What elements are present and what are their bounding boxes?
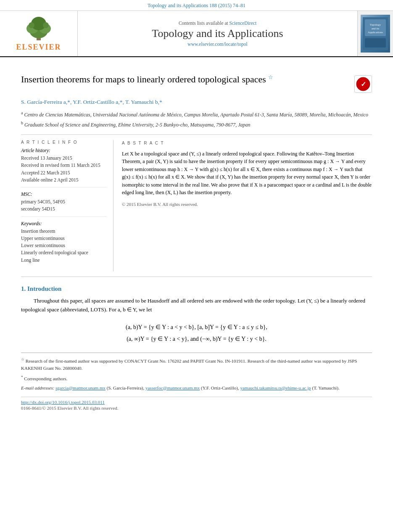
journal-header-center: Contents lists available at ScienceDirec…	[78, 11, 357, 56]
article-history: Article history: Received 13 January 201…	[21, 148, 107, 187]
email-link-ortiz[interactable]: yasserfoc@matmor.unam.mx	[145, 385, 200, 390]
elsevier-logo: ELSEVIER	[16, 16, 61, 52]
footnote-corresponding: * Corresponding authors.	[21, 374, 372, 382]
msc-section: MSC: primary 54C05, 54F05 secondary 54D1…	[21, 192, 107, 217]
issn-text: 0166-8641/© 2015 Elsevier B.V. All right…	[21, 406, 119, 411]
available-date: Available online 2 April 2015	[21, 176, 107, 184]
journal-header: ELSEVIER Contents lists available at Sci…	[0, 11, 393, 57]
journal-header-logo: ELSEVIER	[0, 11, 78, 56]
article-info: A R T I C L E I N F O Article history: R…	[21, 140, 113, 271]
svg-point-6	[43, 22, 49, 28]
title-star: ☆	[268, 74, 273, 80]
keywords-section: Keywords: Insertion theorem Upper semico…	[21, 221, 107, 267]
revised-date: Received in revised form 11 March 2015	[21, 162, 107, 169]
elsevier-brand-text: ELSEVIER	[16, 43, 61, 52]
elsevier-tree-icon	[20, 16, 58, 41]
keyword-1: Insertion theorem	[21, 228, 107, 235]
footnotes-area: ☆ Research of the first-named author was…	[21, 353, 372, 392]
paper-title-section: Insertion theorems for maps to linearly …	[21, 73, 372, 93]
abstract-text: Let X be a topological space and (Y, ≤) …	[122, 150, 372, 197]
svg-text:and its: and its	[372, 27, 380, 30]
keyword-5: Long line	[21, 257, 107, 264]
doi-link[interactable]: http://dx.doi.org/10.1016/j.topol.2015.0…	[21, 400, 372, 405]
equation-line2: (a, ∞)Y = {y ∈ Y : a < y}, and (−∞, b)Y …	[21, 333, 372, 345]
keyword-4: Linearly ordered topological space	[21, 249, 107, 256]
crossmark-icon: ✓	[356, 76, 371, 92]
keyword-2: Upper semicontinuous	[21, 235, 107, 242]
authors-line: S. García-Ferreira a,*, Y.F. Ortiz-Casti…	[21, 99, 372, 105]
svg-rect-12	[365, 38, 386, 47]
article-abstract: A B S T R A C T Let X be a topological s…	[122, 140, 372, 271]
article-info-label: A R T I C L E I N F O	[21, 140, 107, 145]
equation-block: (a, b)Y = {y ∈ Y : a < y < b}, [a, b]Y =…	[21, 321, 372, 345]
footnote-emails: E-mail addresses: sgarcia@matmor.unam.mx…	[21, 385, 372, 392]
contents-available: Contents lists available at ScienceDirec…	[179, 21, 256, 26]
crossmark-badge: ✓	[354, 75, 372, 93]
svg-text:Topology: Topology	[370, 23, 381, 26]
msc-primary: primary 54C05, 54F05	[21, 198, 107, 205]
keywords-label: Keywords:	[21, 221, 107, 226]
bottom-bar: http://dx.doi.org/10.1016/j.topol.2015.0…	[21, 397, 372, 411]
sciencedirect-link[interactable]: ScienceDirect	[229, 21, 257, 26]
journal-thumbnail: Topology and its Applications	[361, 15, 390, 53]
introduction-paragraph: Throughout this paper, all spaces are as…	[21, 297, 372, 314]
journal-url: www.elsevier.com/locate/topol	[187, 42, 247, 47]
article-columns: A R T I C L E I N F O Article history: R…	[21, 134, 372, 277]
svg-point-5	[29, 22, 34, 28]
abstract-copyright: © 2015 Elsevier B.V. All rights reserved…	[122, 201, 372, 208]
email-link-yamauchi[interactable]: yamauchi.takamitsu.ts@ehime-u.ac.jp	[240, 385, 311, 390]
affiliation-a: a Centro de Ciencias Matemáticas, Univer…	[21, 110, 372, 119]
journal-header-right: Topology and its Applications	[357, 11, 393, 56]
top-bar-text: Topology and its Applications 188 (2015)…	[148, 3, 245, 8]
paper-title: Insertion theorems for maps to linearly …	[21, 73, 348, 86]
msc-secondary: secondary 54D15	[21, 205, 107, 213]
svg-text:✓: ✓	[361, 81, 366, 88]
svg-text:Applications: Applications	[368, 31, 383, 34]
footnote-star: ☆ Research of the first-named author was…	[21, 356, 372, 372]
top-bar: Topology and its Applications 188 (2015)…	[0, 0, 393, 11]
equation-line1: (a, b)Y = {y ∈ Y : a < y < b}, [a, b]Y =…	[21, 321, 372, 333]
history-label: Article history:	[21, 148, 107, 153]
affiliations: a Centro de Ciencias Matemáticas, Univer…	[21, 110, 372, 129]
introduction-heading: 1. Introduction	[21, 285, 372, 292]
email-link-garcia[interactable]: sgarcia@matmor.unam.mx	[55, 385, 106, 390]
paper-content: Insertion theorems for maps to linearly …	[0, 57, 393, 419]
journal-title-header: Topology and its Applications	[152, 27, 283, 40]
affiliation-b: b Graduate School of Science and Enginee…	[21, 120, 372, 129]
received-date: Received 13 January 2015	[21, 155, 107, 162]
accepted-date: Accepted 22 March 2015	[21, 169, 107, 176]
msc-label: MSC:	[21, 192, 107, 197]
keyword-3: Lower semicontinuous	[21, 242, 107, 249]
journal-thumb-image: Topology and its Applications	[363, 17, 388, 50]
abstract-label: A B S T R A C T	[122, 140, 372, 147]
